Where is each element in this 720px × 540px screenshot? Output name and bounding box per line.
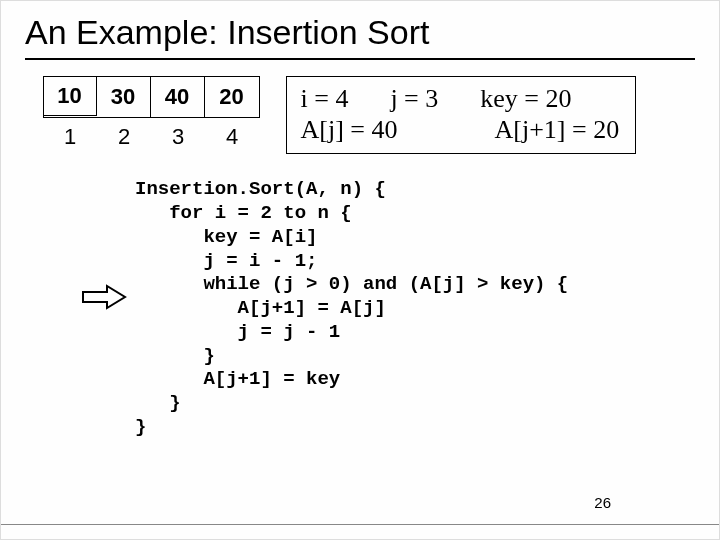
code-line: } [135, 392, 181, 414]
code-line: key = A[i] [135, 226, 317, 248]
code-line: for i = 2 to n { [135, 202, 352, 224]
code-block: Insertion.Sort(A, n) { for i = 2 to n { … [135, 178, 568, 439]
slide-title: An Example: Insertion Sort [25, 13, 695, 52]
array-cells: 10 30 40 20 [43, 76, 260, 118]
code-line: A[j+1] = key [135, 368, 340, 390]
state-aj: A[j] = 40 [301, 114, 398, 145]
code-line: } [135, 345, 215, 367]
code-line: Insertion.Sort(A, n) { [135, 178, 386, 200]
array-indices: 1 2 3 4 [43, 124, 260, 150]
array-index: 2 [97, 124, 151, 150]
state-i: i = 4 [301, 83, 349, 114]
array-block: 10 30 40 20 1 2 3 4 [43, 76, 260, 150]
array-cell: 40 [151, 77, 205, 117]
array-cell: 30 [97, 77, 151, 117]
title-underline [25, 58, 695, 60]
state-j: j = 3 [390, 83, 438, 114]
code-line: j = j - 1 [135, 321, 340, 343]
state-ajp1: A[j+1] = 20 [494, 114, 619, 145]
code-line: } [135, 416, 146, 438]
array-index: 3 [151, 124, 205, 150]
array-cell: 10 [43, 76, 97, 116]
code-line: j = i - 1; [135, 250, 317, 272]
state-key: key = 20 [480, 83, 571, 114]
code-line: A[j+1] = A[j] [135, 297, 386, 319]
page-number: 26 [594, 494, 611, 511]
array-index: 4 [205, 124, 259, 150]
array-index: 1 [43, 124, 97, 150]
state-box: i = 4 j = 3 key = 20 A[j] = 40 x A[j+1] … [286, 76, 636, 154]
array-cell: 20 [205, 77, 259, 117]
code-line: while (j > 0) and (A[j] > key) { [135, 273, 568, 295]
footer-divider [1, 524, 719, 525]
arrow-right-icon [81, 284, 127, 310]
